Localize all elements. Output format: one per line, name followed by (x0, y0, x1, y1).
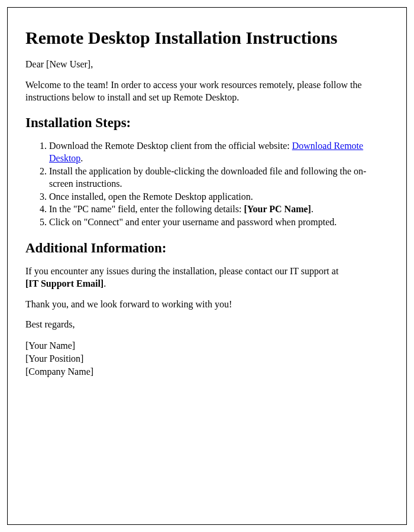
step-4-post: . (311, 204, 313, 214)
support-paragraph: If you encounter any issues during the i… (25, 265, 389, 290)
intro-paragraph: Welcome to the team! In order to access … (25, 79, 389, 104)
support-email-placeholder: [IT Support Email] (25, 278, 104, 288)
greeting-prefix: Dear (25, 59, 46, 69)
greeting-name: [New User] (46, 59, 90, 69)
closing-regards: Best regards, (25, 319, 389, 331)
signature-block: [Your Name] [Your Position] [Company Nam… (25, 339, 389, 378)
document-page: Remote Desktop Installation Instructions… (7, 7, 407, 525)
thank-you-paragraph: Thank you, and we look forward to workin… (25, 299, 389, 311)
signature-position: [Your Position] (25, 353, 83, 364)
installation-steps-list: Download the Remote Desktop client from … (25, 140, 389, 229)
step-3: Once installed, open the Remote Desktop … (49, 191, 389, 203)
additional-heading: Additional Information: (25, 241, 389, 256)
signature-name: [Your Name] (25, 340, 75, 351)
step-4-text: In the "PC name" field, enter the follow… (49, 204, 244, 214)
step-1-post: . (80, 153, 83, 163)
step-1: Download the Remote Desktop client from … (49, 140, 389, 165)
pc-name-placeholder: [Your PC Name] (244, 204, 310, 214)
greeting-line: Dear [New User], (25, 59, 389, 71)
support-text: If you encounter any issues during the i… (25, 266, 338, 276)
step-2: Install the application by double-clicki… (49, 166, 389, 190)
signature-company: [Company Name] (25, 366, 93, 377)
steps-heading: Installation Steps: (25, 115, 389, 131)
step-5: Click on "Connect" and enter your userna… (49, 216, 389, 229)
support-post: . (104, 278, 106, 288)
step-4: In the "PC name" field, enter the follow… (49, 203, 389, 216)
step-1-text: Download the Remote Desktop client from … (49, 141, 292, 151)
greeting-suffix: , (90, 59, 93, 69)
page-title: Remote Desktop Installation Instructions (25, 28, 389, 48)
